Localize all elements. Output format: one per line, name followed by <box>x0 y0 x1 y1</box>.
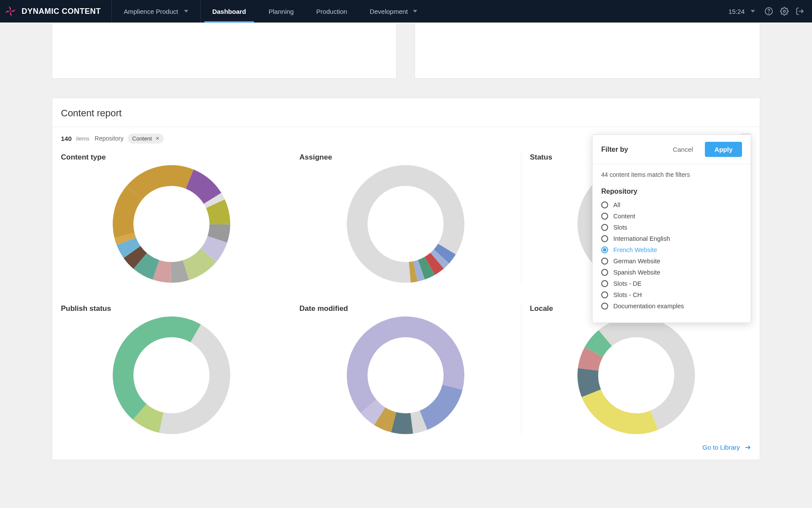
svg-marker-3 <box>5 11 10 13</box>
chip-label: Content <box>132 135 152 142</box>
help-icon <box>764 7 773 16</box>
repository-radio-option[interactable]: Content <box>601 213 742 220</box>
content-report-card: Content report 140 items Repository Cont… <box>52 98 760 460</box>
filter-match-text: 44 content items match the filters <box>601 171 742 178</box>
radio-label: Content <box>613 213 635 220</box>
filter-title: Filter by <box>601 146 628 153</box>
chevron-down-icon <box>751 10 755 13</box>
radio-icon <box>601 258 608 265</box>
chart-cell: Date modified <box>291 304 520 434</box>
arrow-right-icon <box>744 444 751 451</box>
radio-icon <box>601 280 608 287</box>
svg-marker-1 <box>10 10 16 12</box>
repository-radio-option[interactable]: All <box>601 201 742 208</box>
gear-icon <box>780 7 789 16</box>
radio-icon <box>601 235 608 242</box>
chart-title: Publish status <box>61 304 282 313</box>
radio-icon <box>601 269 608 276</box>
repository-radio-option[interactable]: Documentation examples <box>601 303 742 310</box>
radio-label: Slots - CH <box>613 291 642 298</box>
radio-label: Documentation examples <box>613 303 684 310</box>
filter-cancel-button[interactable]: Cancel <box>667 142 699 157</box>
repository-radio-option[interactable]: Slots <box>601 224 742 231</box>
radio-label: Slots - DE <box>613 280 641 287</box>
radio-icon <box>601 224 608 231</box>
placeholder-card-left <box>52 22 396 79</box>
logout-icon <box>796 7 804 16</box>
repository-radio-list: AllContentSlotsInternational EnglishFren… <box>601 201 742 310</box>
chevron-down-icon <box>184 10 188 13</box>
top-navbar: DYNAMIC CONTENT Amplience Product Dashbo… <box>0 0 812 22</box>
tab-production[interactable]: Production <box>305 0 358 22</box>
placeholder-card-right <box>415 22 760 79</box>
donut-chart <box>113 165 230 283</box>
brand-text: DYNAMIC CONTENT <box>22 7 101 16</box>
radio-icon <box>601 246 608 253</box>
radio-label: German Website <box>613 258 660 265</box>
chart-title: Date modified <box>299 304 512 313</box>
chart-cell: Content type <box>61 153 291 283</box>
filter-apply-button[interactable]: Apply <box>705 142 742 157</box>
hub-selector[interactable]: Amplience Product <box>112 0 201 22</box>
brand-area: DYNAMIC CONTENT <box>4 0 112 22</box>
filter-chip-content[interactable]: Content ✕ <box>128 134 164 144</box>
donut-chart <box>577 316 695 434</box>
repository-radio-option[interactable]: International English <box>601 235 742 242</box>
radio-label: All <box>613 201 620 208</box>
radio-label: International English <box>613 235 670 242</box>
chart-title: Content type <box>61 153 282 162</box>
tab-development[interactable]: Development <box>358 0 428 22</box>
filter-popover: Filter by Cancel Apply 44 content items … <box>592 134 751 323</box>
radio-icon <box>601 291 608 298</box>
chart-cell: Locale <box>521 304 751 434</box>
repository-label: Repository <box>95 135 124 142</box>
items-label: items <box>76 135 89 142</box>
repository-radio-option[interactable]: Spanish Website <box>601 269 742 276</box>
close-icon: ✕ <box>155 136 159 141</box>
radio-label: French Website <box>613 246 657 253</box>
radio-label: Slots <box>613 224 627 231</box>
chevron-down-icon <box>413 10 417 13</box>
repository-radio-option[interactable]: Slots - DE <box>601 280 742 287</box>
amplience-logo-icon <box>4 5 16 17</box>
filter-section-title: Repository <box>601 188 742 195</box>
help-button[interactable] <box>761 3 777 19</box>
chart-title: Assignee <box>299 153 512 162</box>
repository-radio-option[interactable]: Slots - CH <box>601 291 742 298</box>
logout-button[interactable] <box>792 3 808 19</box>
main-tabs: Dashboard Planning Production Developmen… <box>201 0 428 22</box>
svg-point-6 <box>783 10 786 13</box>
radio-icon <box>601 213 608 220</box>
radio-icon <box>601 303 608 310</box>
report-title: Content report <box>52 98 760 127</box>
donut-chart <box>347 316 464 434</box>
repository-radio-option[interactable]: German Website <box>601 258 742 265</box>
clock-selector[interactable]: 15:24 <box>722 8 761 15</box>
chart-cell: Publish status <box>61 304 291 434</box>
radio-icon <box>601 201 608 208</box>
tab-dashboard[interactable]: Dashboard <box>201 0 257 22</box>
donut-chart <box>113 316 230 434</box>
tab-planning[interactable]: Planning <box>257 0 305 22</box>
svg-marker-0 <box>9 6 11 11</box>
donut-chart <box>347 165 464 283</box>
item-count: 140 <box>61 135 72 142</box>
settings-button[interactable] <box>777 3 792 19</box>
radio-label: Spanish Website <box>613 269 660 276</box>
svg-marker-2 <box>10 11 13 17</box>
go-to-library-link[interactable]: Go to Library <box>702 444 751 451</box>
repository-radio-option[interactable]: French Website <box>601 246 742 253</box>
go-to-library-label: Go to Library <box>702 444 740 451</box>
svg-point-5 <box>769 13 769 13</box>
clock-time: 15:24 <box>728 8 745 15</box>
hub-name: Amplience Product <box>124 8 178 15</box>
chart-cell: Assignee <box>291 153 520 283</box>
